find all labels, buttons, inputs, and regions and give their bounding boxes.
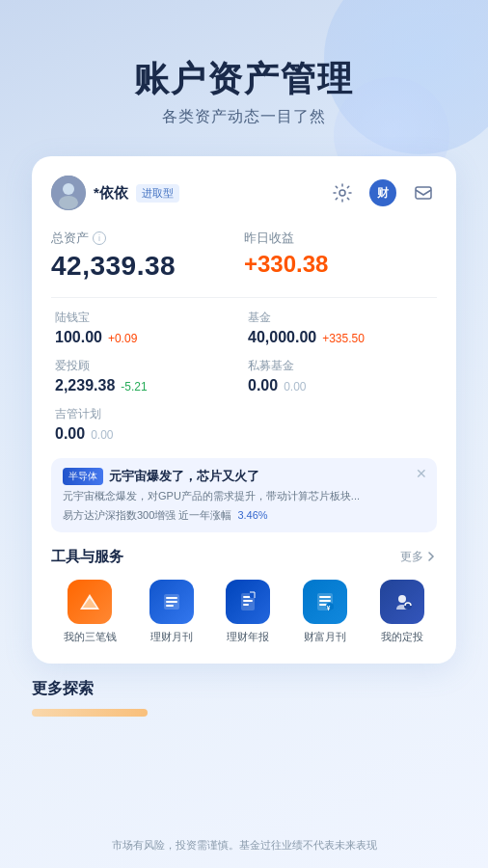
tool-icon-finance-annual [226, 580, 270, 624]
svg-rect-14 [243, 604, 249, 606]
sub-label: 基金 [248, 310, 433, 326]
avatar-image [51, 176, 86, 210]
divider-1 [51, 297, 437, 298]
avatar [51, 176, 86, 210]
svg-rect-17 [319, 596, 331, 598]
sub-change: +335.50 [322, 332, 365, 345]
sub-value: 0.00 [55, 425, 85, 443]
svg-rect-15 [250, 592, 255, 598]
user-name: *依依 [94, 184, 128, 203]
sub-change: +0.09 [108, 332, 137, 345]
tools-title: 工具与服务 [51, 548, 123, 566]
settings-icon[interactable] [329, 179, 356, 206]
total-assets-label: 总资产 i [51, 230, 244, 247]
sub-asset-fund: 基金 40,000.00 +335.50 [244, 310, 437, 346]
news-stats-value: 3.46% [237, 509, 267, 521]
tool-wealth-monthly[interactable]: ¥ 财富月刊 [303, 580, 347, 644]
tool-label: 财富月刊 [304, 630, 346, 644]
svg-rect-10 [166, 605, 174, 607]
main-card: *依依 进取型 财 [32, 156, 456, 663]
sub-asset-luqianbao: 陆钱宝 100.00 +0.09 [51, 310, 244, 346]
sub-value: 2,239.38 [55, 377, 115, 394]
sub-label: 私募基金 [248, 358, 433, 374]
news-card: ✕ 半导体 元宇宙爆发了，芯片又火了 元宇宙概念爆发，对GPU产品的需求提升，带… [51, 458, 437, 531]
card-header: *依依 进取型 财 [51, 176, 437, 210]
sub-value: 0.00 [248, 377, 278, 394]
news-tag: 半导体 [63, 468, 103, 485]
sub-value-row: 0.00 0.00 [248, 377, 433, 394]
tool-label: 理财月刊 [150, 630, 193, 644]
sub-asset-private-fund: 私募基金 0.00 0.00 [244, 358, 437, 394]
yesterday-income-section: 昨日收益 +330.38 [244, 230, 437, 282]
sub-asset-aitouyu: 爱投顾 2,239.38 -5.21 [51, 358, 244, 394]
tools-grid: 我的三笔钱 理财月刊 [51, 580, 437, 644]
news-title[interactable]: 元宇宙爆发了，芯片又火了 [109, 468, 259, 485]
message-icon[interactable] [410, 179, 437, 206]
svg-rect-13 [243, 600, 253, 602]
page-container: 账户资产管理 各类资产动态一目了然 *依依 进取型 [0, 0, 488, 868]
news-tag-row: 半导体 元宇宙爆发了，芯片又火了 [63, 468, 425, 485]
footer-disclaimer: 市场有风险，投资需谨慎。基金过往业绩不代表未来表现 [112, 838, 377, 853]
sub-change: -5.21 [121, 380, 147, 393]
sub-value-row: 0.00 0.00 [55, 425, 240, 443]
tool-label: 理财年报 [227, 630, 269, 644]
sub-value: 40,000.00 [248, 329, 316, 346]
svg-point-1 [63, 183, 74, 195]
news-stats-prefix: 易方达沪深指数300增强 近一年涨幅 [63, 508, 231, 523]
total-assets-value: 42,339.38 [51, 251, 244, 282]
svg-point-3 [339, 190, 345, 196]
sub-value-row: 2,239.38 -5.21 [55, 377, 240, 394]
tool-finance-monthly[interactable]: 理财月刊 [149, 580, 194, 644]
tool-icon-my-three-money [68, 580, 112, 624]
news-stats: 易方达沪深指数300增强 近一年涨幅 3.46% [63, 508, 425, 523]
hero-title: 账户资产管理 [134, 58, 354, 99]
sub-label: 陆钱宝 [55, 310, 240, 326]
sub-label: 爱投顾 [55, 358, 240, 374]
sub-assets-grid: 陆钱宝 100.00 +0.09 基金 40,000.00 +335.50 爱投… [51, 310, 437, 443]
tool-finance-annual[interactable]: 理财年报 [226, 580, 270, 644]
news-desc[interactable]: 元宇宙概念爆发，对GPU产品的需求提升，带动计算芯片板块... [63, 489, 425, 503]
sub-change: 0.00 [91, 428, 113, 442]
news-close-button[interactable]: ✕ [416, 466, 427, 481]
hero-section: 账户资产管理 各类资产动态一目了然 [134, 58, 354, 127]
explore-title: 更多探索 [32, 679, 456, 699]
svg-rect-8 [166, 597, 177, 599]
tool-icon-my-invest [380, 580, 424, 624]
svg-rect-9 [166, 601, 177, 603]
chevron-right-icon [425, 551, 437, 562]
tool-icon-finance-monthly [149, 580, 194, 624]
user-info: *依依 进取型 [51, 176, 179, 210]
yesterday-income-label: 昨日收益 [244, 230, 437, 247]
sub-asset-jiguanjihhua: 吉管计划 0.00 0.00 [51, 406, 244, 443]
user-tag: 进取型 [136, 184, 179, 203]
explore-bar [32, 709, 148, 717]
sub-label: 吉管计划 [55, 406, 240, 422]
total-assets-section: 总资产 i 42,339.38 [51, 230, 244, 282]
tools-more-button[interactable]: 更多 [400, 549, 437, 565]
hero-subtitle: 各类资产动态一目了然 [134, 107, 354, 127]
fund-icon[interactable]: 财 [369, 179, 396, 206]
sub-value: 100.00 [55, 329, 102, 346]
info-icon[interactable]: i [93, 231, 106, 245]
tool-my-three-money[interactable]: 我的三笔钱 [64, 580, 117, 644]
sub-change: 0.00 [284, 380, 306, 393]
svg-rect-18 [319, 600, 331, 602]
tool-label: 我的三笔钱 [64, 630, 117, 644]
assets-row: 总资产 i 42,339.38 昨日收益 +330.38 [51, 230, 437, 282]
tool-icon-wealth-monthly: ¥ [303, 580, 347, 624]
more-explore-section: 更多探索 [32, 679, 456, 717]
tools-header: 工具与服务 更多 [51, 548, 437, 566]
tools-more-label: 更多 [400, 549, 423, 565]
yesterday-income-value: +330.38 [244, 251, 437, 278]
svg-point-2 [59, 196, 78, 209]
tool-label: 我的定投 [381, 630, 423, 644]
svg-rect-4 [416, 187, 431, 199]
svg-text:¥: ¥ [327, 604, 331, 610]
tool-my-invest[interactable]: 我的定投 [380, 580, 424, 644]
sub-value-row: 100.00 +0.09 [55, 329, 240, 346]
svg-point-22 [398, 595, 406, 603]
card-icons: 财 [329, 179, 437, 206]
sub-value-row: 40,000.00 +335.50 [248, 329, 433, 346]
